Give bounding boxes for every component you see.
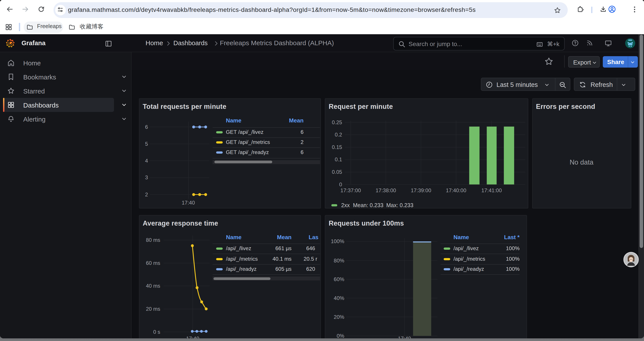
svg-text:80%: 80% xyxy=(334,257,344,263)
svg-text:0 s: 0 s xyxy=(153,329,160,335)
svg-text:40 ms: 40 ms xyxy=(146,283,160,288)
svg-text:4: 4 xyxy=(145,158,148,164)
svg-text:17:38:00: 17:38:00 xyxy=(376,187,396,193)
svg-text:20%: 20% xyxy=(334,314,344,320)
svg-text:3: 3 xyxy=(145,174,148,180)
svg-text:17:37:00: 17:37:00 xyxy=(340,187,360,193)
svg-text:0%: 0% xyxy=(336,333,344,338)
svg-text:17:40:00: 17:40:00 xyxy=(446,187,466,193)
svg-text:17:40: 17:40 xyxy=(182,200,195,206)
svg-text:0: 0 xyxy=(339,181,342,187)
svg-text:40%: 40% xyxy=(334,295,344,301)
svg-text:17:40: 17:40 xyxy=(186,335,199,338)
svg-text:6: 6 xyxy=(145,124,148,130)
svg-text:0.05: 0.05 xyxy=(332,169,342,175)
svg-text:20 ms: 20 ms xyxy=(146,306,160,311)
svg-text:0.1: 0.1 xyxy=(335,156,342,162)
svg-text:0.2: 0.2 xyxy=(335,132,342,138)
svg-text:60 ms: 60 ms xyxy=(146,260,160,266)
svg-text:2: 2 xyxy=(145,192,148,197)
svg-text:Max: 0.233: Max: 0.233 xyxy=(386,202,414,208)
svg-text:Mean: 0.233: Mean: 0.233 xyxy=(353,202,384,208)
svg-text:17:40: 17:40 xyxy=(398,335,411,338)
svg-text:80 ms: 80 ms xyxy=(146,237,160,243)
svg-text:100%: 100% xyxy=(331,238,344,244)
svg-text:5: 5 xyxy=(145,141,148,147)
svg-text:17:39:00: 17:39:00 xyxy=(410,187,431,193)
svg-text:0.15: 0.15 xyxy=(332,144,342,150)
svg-text:17:41:00: 17:41:00 xyxy=(481,187,502,193)
svg-text:0.25: 0.25 xyxy=(332,119,342,125)
svg-text:60%: 60% xyxy=(334,276,344,282)
svg-text:2xx: 2xx xyxy=(341,202,350,208)
